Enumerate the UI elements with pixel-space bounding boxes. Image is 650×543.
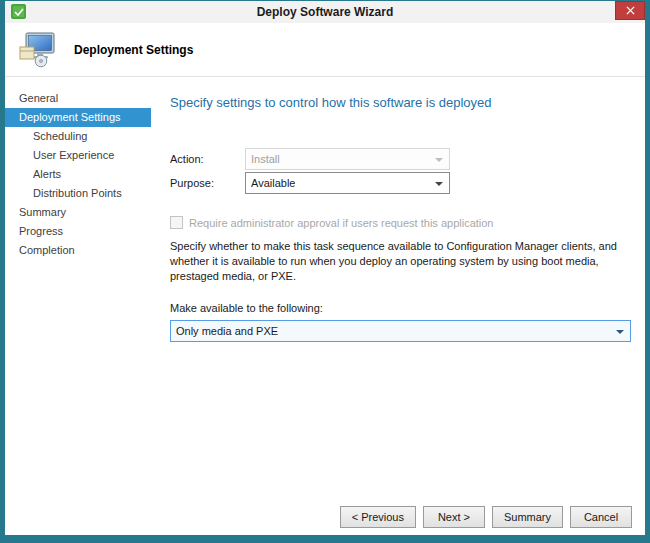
close-icon: [626, 6, 635, 15]
sidebar-item-general[interactable]: General: [5, 89, 151, 108]
wizard-content: Specify settings to control how this sof…: [151, 77, 645, 535]
sidebar-item-user-experience[interactable]: User Experience: [5, 146, 151, 165]
sidebar-item-progress[interactable]: Progress: [5, 222, 151, 241]
content-heading: Specify settings to control how this sof…: [170, 95, 631, 110]
action-label: Action:: [170, 153, 245, 165]
sidebar-item-alerts[interactable]: Alerts: [5, 165, 151, 184]
purpose-combobox[interactable]: Available: [245, 172, 450, 194]
window-title: Deploy Software Wizard: [257, 5, 394, 19]
summary-button[interactable]: Summary: [492, 506, 563, 528]
action-combobox: Install: [245, 148, 450, 170]
action-value: Install: [251, 153, 280, 165]
chevron-down-icon: [435, 158, 443, 162]
titlebar[interactable]: Deploy Software Wizard: [5, 1, 645, 23]
sidebar-item-summary[interactable]: Summary: [5, 203, 151, 222]
previous-button[interactable]: < Previous: [340, 506, 416, 528]
purpose-label: Purpose:: [170, 177, 245, 189]
wizard-steps-sidebar: General Deployment Settings Scheduling U…: [5, 77, 151, 535]
approval-checkbox-row: Require administrator approval if users …: [170, 216, 631, 229]
wizard-body: General Deployment Settings Scheduling U…: [5, 77, 645, 535]
chevron-down-icon: [435, 182, 443, 186]
next-button[interactable]: Next >: [423, 506, 485, 528]
action-row: Action: Install: [170, 148, 631, 170]
software-deployment-icon: [18, 32, 56, 68]
app-icon: [11, 4, 26, 19]
make-available-label: Make available to the following:: [170, 302, 631, 314]
make-available-combobox[interactable]: Only media and PXE: [170, 320, 631, 342]
wizard-header: Deployment Settings: [5, 23, 645, 77]
purpose-value: Available: [251, 177, 295, 189]
approval-checkbox-label: Require administrator approval if users …: [189, 217, 494, 229]
wizard-footer: < Previous Next > Summary Cancel: [340, 506, 632, 528]
sidebar-item-completion[interactable]: Completion: [5, 241, 151, 260]
chevron-down-icon: [616, 330, 624, 334]
sidebar-item-deployment-settings[interactable]: Deployment Settings: [5, 108, 151, 127]
page-title: Deployment Settings: [74, 43, 193, 57]
make-available-value: Only media and PXE: [176, 325, 278, 337]
purpose-row: Purpose: Available: [170, 172, 631, 194]
sidebar-item-distribution-points[interactable]: Distribution Points: [5, 184, 151, 203]
cancel-button[interactable]: Cancel: [570, 506, 632, 528]
availability-description: Specify whether to make this task sequen…: [170, 239, 631, 284]
deploy-software-wizard-window: Deploy Software Wizard: [0, 0, 650, 543]
approval-checkbox: [170, 216, 183, 229]
sidebar-item-scheduling[interactable]: Scheduling: [5, 127, 151, 146]
close-button[interactable]: [615, 1, 645, 20]
